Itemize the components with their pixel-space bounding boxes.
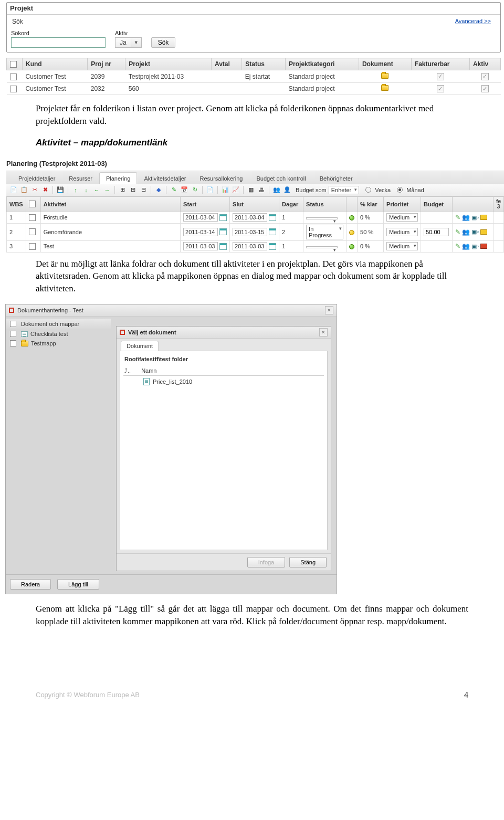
- cell-dagar[interactable]: 2: [279, 223, 303, 240]
- cell-pklar[interactable]: 0 %: [358, 212, 384, 223]
- prioritet-select[interactable]: Medium: [386, 213, 418, 222]
- collapse-icon[interactable]: ⊟: [139, 186, 148, 194]
- table-row[interactable]: 2Genomförande2011-03-142011-03-152In Pro…: [7, 223, 504, 240]
- col-kategori[interactable]: Projektkategori: [286, 58, 359, 70]
- expand-icon[interactable]: ⊞: [118, 186, 127, 194]
- slut-date-input[interactable]: 2011-03-03: [233, 242, 267, 250]
- col-pklar[interactable]: % klar: [358, 196, 384, 212]
- people-icon[interactable]: 👥: [462, 214, 470, 221]
- left-select-all[interactable]: [10, 321, 16, 327]
- chart-icon[interactable]: 📊: [221, 186, 229, 194]
- col-projnr[interactable]: Proj nr: [88, 58, 125, 70]
- table-row[interactable]: 1Förstudie2011-03-042011-03-0410 %Medium…: [7, 212, 504, 223]
- budget-input[interactable]: [424, 228, 449, 236]
- link-icon[interactable]: ▣▫: [471, 243, 479, 250]
- calendar-icon[interactable]: [219, 243, 227, 250]
- people-icon[interactable]: 👥: [462, 243, 470, 250]
- row-checkbox[interactable]: [10, 331, 16, 337]
- col-aktiv[interactable]: Aktiv: [469, 58, 500, 70]
- link-icon[interactable]: ▣▫: [471, 214, 479, 221]
- copy-icon[interactable]: 📋: [20, 186, 28, 194]
- status-select[interactable]: In Progress: [306, 225, 343, 239]
- col-budget[interactable]: Budget: [421, 196, 453, 212]
- radera-button[interactable]: Radera: [10, 579, 51, 590]
- start-date-input[interactable]: 2011-03-03: [183, 242, 218, 250]
- cell-pklar[interactable]: 0 %: [358, 240, 384, 252]
- col-name[interactable]: Namn: [141, 367, 156, 374]
- tab-aktivitetsdetaljer[interactable]: Aktivitetsdetaljer: [137, 172, 193, 184]
- calendar-icon[interactable]: [269, 243, 276, 250]
- col-status[interactable]: Status: [303, 196, 346, 212]
- manad-radio[interactable]: [397, 187, 403, 193]
- prioritet-select[interactable]: Medium: [386, 242, 418, 250]
- start-date-input[interactable]: 2011-03-04: [183, 213, 218, 222]
- people-icon[interactable]: 👥: [272, 186, 281, 194]
- slut-date-input[interactable]: 2011-03-04: [233, 213, 267, 222]
- folder-up-icon[interactable]: ⤴..: [124, 367, 131, 374]
- close-icon[interactable]: ✕: [319, 328, 328, 337]
- advanced-search-link[interactable]: Avancerad >>: [455, 18, 491, 24]
- calendar-icon[interactable]: [269, 214, 276, 221]
- select-all-checkbox[interactable]: [10, 61, 17, 68]
- aktiv-select[interactable]: Ja: [115, 37, 131, 48]
- fakturerbar-checkbox[interactable]: ✓: [437, 73, 444, 80]
- folder-yellow-icon[interactable]: [480, 229, 487, 235]
- vecka-radio[interactable]: [365, 187, 371, 193]
- edit-icon[interactable]: ✎: [455, 228, 460, 236]
- status-select[interactable]: [306, 217, 338, 219]
- col-slut[interactable]: Slut: [230, 196, 279, 212]
- prioritet-select[interactable]: Medium: [386, 228, 418, 236]
- table-row[interactable]: Customer Test2039Testprojekt 2011-03Ej s…: [7, 70, 501, 83]
- dokument-tab[interactable]: Dokument: [121, 341, 159, 351]
- row-checkbox[interactable]: [10, 340, 16, 346]
- col-projekt[interactable]: Projekt: [125, 58, 212, 70]
- chevron-down-icon[interactable]: ▼: [131, 37, 142, 48]
- pencil-icon[interactable]: ✎: [170, 186, 178, 194]
- cell-dagar[interactable]: 1: [279, 212, 303, 223]
- doc-icon[interactable]: 📄: [206, 186, 214, 194]
- col-wbs[interactable]: WBS: [7, 196, 26, 212]
- infoga-button[interactable]: Infoga: [247, 557, 286, 567]
- aktiv-checkbox[interactable]: ✓: [481, 85, 489, 92]
- stang-button[interactable]: Stäng: [289, 557, 327, 567]
- edit-icon[interactable]: ✎: [455, 243, 460, 250]
- delete-icon[interactable]: ✖: [41, 186, 49, 194]
- aktiv-checkbox[interactable]: ✓: [481, 73, 489, 80]
- row-checkbox[interactable]: [29, 243, 36, 250]
- row-checkbox[interactable]: [10, 86, 17, 92]
- col-avtal[interactable]: Avtal: [211, 58, 242, 70]
- table-row[interactable]: Customer Test2032560Standard project✓✓: [7, 82, 501, 95]
- refresh-icon[interactable]: ↻: [191, 186, 199, 194]
- calendar-icon[interactable]: 📅: [180, 186, 188, 194]
- gantt-icon[interactable]: 📈: [232, 186, 240, 194]
- row-checkbox[interactable]: [29, 214, 36, 221]
- col-start[interactable]: Start: [181, 196, 230, 212]
- grid-icon[interactable]: ▦: [247, 186, 255, 194]
- edit-icon[interactable]: ✎: [455, 214, 460, 221]
- people-icon[interactable]: 👥: [462, 228, 470, 236]
- arrow-right-icon[interactable]: →: [103, 186, 111, 194]
- folder-yellow-icon[interactable]: [480, 215, 487, 220]
- expand2-icon[interactable]: ⊞: [129, 186, 137, 194]
- list-item[interactable]: Checklista test: [6, 329, 111, 339]
- col-status[interactable]: Status: [242, 58, 286, 70]
- search-button[interactable]: Sök: [151, 37, 176, 48]
- tab-planering[interactable]: Planering: [99, 172, 137, 184]
- col-dokument[interactable]: Dokument: [359, 58, 411, 70]
- folder-icon[interactable]: [381, 85, 388, 91]
- tab-projektdetaljer[interactable]: Projektdetaljer: [12, 172, 62, 184]
- tab-budget-och-kontroll[interactable]: Budget och kontroll: [249, 172, 312, 184]
- tab-behörigheter[interactable]: Behörigheter: [313, 172, 360, 184]
- col-kund[interactable]: Kund: [23, 58, 88, 70]
- start-date-input[interactable]: 2011-03-14: [183, 228, 218, 236]
- cut-icon[interactable]: ✂: [30, 186, 39, 194]
- link-icon[interactable]: ▣▫: [471, 228, 479, 235]
- lagg-till-button[interactable]: Lägg till: [57, 579, 99, 590]
- save-icon[interactable]: 💾: [56, 186, 65, 194]
- col-prioritet[interactable]: Prioritet: [384, 196, 421, 212]
- calendar-icon[interactable]: [219, 228, 227, 235]
- folder-icon[interactable]: [381, 73, 388, 79]
- calendar-icon[interactable]: [219, 214, 227, 221]
- row-checkbox[interactable]: [29, 228, 36, 235]
- new-icon[interactable]: 📄: [9, 186, 18, 194]
